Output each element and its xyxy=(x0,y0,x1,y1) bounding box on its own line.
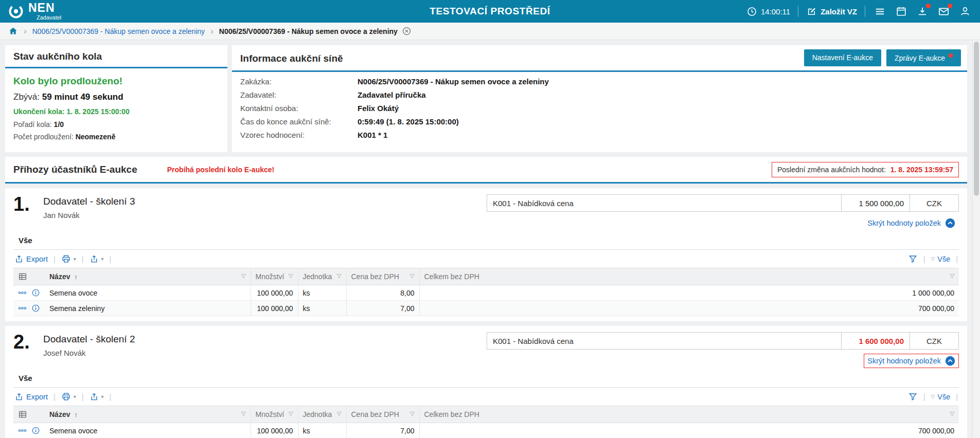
export-dropdown-icon[interactable]: ▾ xyxy=(101,256,104,262)
print-button[interactable]: ▾ xyxy=(61,392,76,402)
cell-mnozstvi: 100 000,00 xyxy=(251,423,298,438)
view-all-button[interactable]: ▽ Vše xyxy=(931,393,951,401)
column-header-mnozstvi[interactable]: ▽ Množství xyxy=(251,406,298,423)
column-header-celkem[interactable]: ▽ Celkem bez DPH xyxy=(419,406,959,423)
messages-icon[interactable] xyxy=(937,5,951,19)
hide-values-link[interactable]: Skrýt hodnoty položek xyxy=(867,219,941,227)
info-row-kontaktni-osoba: Kontaktní osoba: Felix Okátý xyxy=(240,104,959,113)
nen-logo[interactable]: NEN Zadavatel xyxy=(8,2,61,21)
filter-dropdown-icon[interactable]: ▽ xyxy=(337,410,341,417)
share-icon xyxy=(90,392,99,402)
remaining-value: 59 minut 49 sekund xyxy=(42,92,123,102)
print-dropdown-icon[interactable]: ▾ xyxy=(74,256,76,262)
messages-button-badge xyxy=(949,53,953,58)
column-header-jednotka[interactable]: ▽ Jednotka xyxy=(298,406,346,423)
cell-mnozstvi: 100 000,00 xyxy=(251,301,298,316)
column-header-nazev[interactable]: ▽ Název ↑ xyxy=(45,406,251,423)
filter-dropdown-icon[interactable]: ▽ xyxy=(241,272,245,279)
funnel-icon xyxy=(908,392,918,402)
funnel-icon xyxy=(908,254,918,264)
column-chooser[interactable] xyxy=(13,406,45,423)
filter-dropdown-icon[interactable]: ▽ xyxy=(241,410,245,417)
items-header-row: ▽ Název ↑ ▽ Množství ▽ Jednotka ▽ Cena xyxy=(13,268,959,285)
row-menu-icon[interactable] xyxy=(18,288,27,297)
eauction-messages-button[interactable]: Zprávy E-aukce xyxy=(886,49,961,66)
remaining-label: Zbývá: xyxy=(13,92,40,102)
column-header-mnozstvi[interactable]: ▽ Množství xyxy=(251,268,298,285)
calendar-icon[interactable] xyxy=(895,5,908,18)
collapse-icon[interactable] xyxy=(945,356,955,366)
export-dropdown-icon[interactable]: ▾ xyxy=(101,394,104,399)
cell-nazev: Semena zeleniny xyxy=(45,301,251,316)
column-header-celkem[interactable]: ▽ Celkem bez DPH xyxy=(419,268,959,285)
info-icon[interactable] xyxy=(31,426,40,435)
filter-dropdown-icon[interactable]: ▽ xyxy=(410,410,414,417)
collapse-icon[interactable] xyxy=(945,218,955,228)
vertical-scrollbar[interactable] xyxy=(972,41,980,438)
cell-mnozstvi: 100 000,00 xyxy=(251,285,298,301)
export-button[interactable]: Export xyxy=(14,254,48,264)
hide-values-control[interactable]: Skrýt hodnoty položek xyxy=(864,354,959,368)
filter-dropdown-icon[interactable]: ▽ xyxy=(950,272,954,279)
filter-button[interactable] xyxy=(908,254,918,264)
export-button[interactable]: Export xyxy=(14,392,48,402)
printer-icon xyxy=(61,392,71,402)
print-dropdown-icon[interactable]: ▾ xyxy=(74,394,76,399)
print-button[interactable]: ▾ xyxy=(61,254,76,264)
column-header-cena[interactable]: ▽ Cena bez DPH xyxy=(346,268,419,285)
item-row: Semena ovoce 100 000,00 ks 8,00 1 000 00… xyxy=(13,285,959,301)
close-tab-icon[interactable] xyxy=(402,26,412,36)
tab-all[interactable]: Vše xyxy=(13,370,38,387)
hide-values-control[interactable]: Skrýt hodnoty položek xyxy=(864,216,959,230)
bids-section-header: Příhozy účastníků E-aukce Probíhá posled… xyxy=(5,157,967,184)
compose-icon xyxy=(806,6,817,17)
create-vz-label: Založit VZ xyxy=(821,7,857,16)
last-change-label: Poslední změna aukčních hodnot: xyxy=(777,166,886,174)
cell-nazev: Semena ovoce xyxy=(45,423,251,438)
hide-values-link[interactable]: Skrýt hodnoty položek xyxy=(867,357,941,365)
scrollbar-thumb[interactable] xyxy=(974,42,979,196)
filter-dropdown-icon[interactable]: ▽ xyxy=(410,272,414,279)
view-dropdown-icon[interactable]: ▽ xyxy=(931,256,935,262)
participant-person: Josef Novák xyxy=(43,349,135,357)
downloads-badge xyxy=(926,4,931,8)
participant-rank: 2. xyxy=(13,332,43,353)
info-icon[interactable] xyxy=(31,304,40,313)
info-row-zakazka: Zakázka: N006/25/V00007369 - Nákup semen… xyxy=(240,77,959,86)
breadcrumb-current[interactable]: N006/25/V00007369 - Nákup semen ovoce a … xyxy=(219,26,412,36)
extensions-count: Počet prodloužení: Neomezeně xyxy=(13,133,219,141)
row-menu-icon[interactable] xyxy=(18,426,27,435)
view-dropdown-icon[interactable]: ▽ xyxy=(931,394,935,399)
filter-dropdown-icon[interactable]: ▽ xyxy=(950,410,954,417)
grid-toolbar: Export | ▾ | ▾ | | ▽ Vše | xyxy=(13,388,959,406)
export-menu-button[interactable]: ▾ xyxy=(90,392,104,402)
column-chooser[interactable] xyxy=(13,268,45,285)
profile-icon[interactable] xyxy=(958,5,972,18)
breadcrumb-link[interactable]: N006/25/V00007369 - Nákup semen ovoce a … xyxy=(32,27,205,35)
column-header-nazev[interactable]: ▽ Název ↑ xyxy=(45,268,251,285)
column-header-jednotka[interactable]: ▽ Jednotka xyxy=(298,268,346,285)
messages-badge xyxy=(948,4,952,8)
share-icon xyxy=(90,254,99,264)
filter-dropdown-icon[interactable]: ▽ xyxy=(289,410,293,417)
filter-dropdown-icon[interactable]: ▽ xyxy=(337,272,341,279)
home-icon[interactable] xyxy=(8,26,18,36)
export-menu-button[interactable]: ▾ xyxy=(90,254,104,264)
cell-celkem: 700 000,00 xyxy=(419,423,959,438)
menu-icon[interactable] xyxy=(873,5,887,19)
filter-dropdown-icon[interactable]: ▽ xyxy=(289,272,293,279)
filter-button[interactable] xyxy=(908,392,918,402)
cell-jednotka: ks xyxy=(298,423,346,438)
info-icon[interactable] xyxy=(31,288,40,297)
bids-title: Příhozy účastníků E-aukce xyxy=(13,164,137,175)
downloads-icon[interactable] xyxy=(916,5,929,18)
items-header-row: ▽ Název ↑ ▽ Množství ▽ Jednotka ▽ Cena xyxy=(13,406,959,423)
eauction-settings-button[interactable]: Nastavení E-aukce xyxy=(804,49,881,66)
row-menu-icon[interactable] xyxy=(18,304,27,313)
column-header-cena[interactable]: ▽ Cena bez DPH xyxy=(346,406,419,423)
view-all-button[interactable]: ▽ Vše xyxy=(931,255,951,263)
cell-nazev: Semena ovoce xyxy=(45,285,251,301)
tab-all[interactable]: Vše xyxy=(13,232,38,249)
create-vz-button[interactable]: Založit VZ xyxy=(806,6,857,17)
top-bar: NEN Zadavatel TESTOVACÍ PROSTŘEDÍ 14:00:… xyxy=(0,0,980,23)
